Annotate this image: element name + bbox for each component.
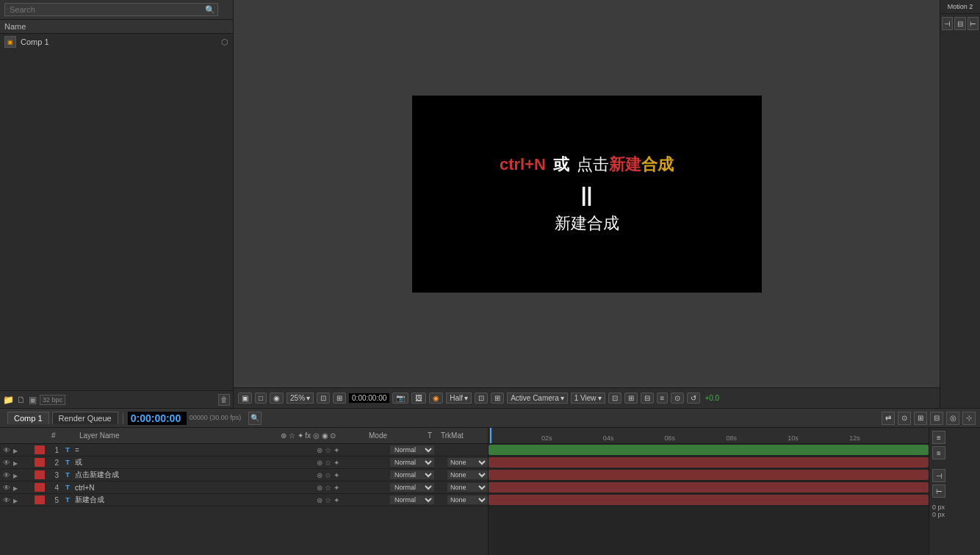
track-bar-4[interactable] [489,482,929,493]
layer-expand-2[interactable]: ▶ [13,459,22,467]
tl-tool-2[interactable]: ⊙ [898,412,911,425]
layer-visibility-2[interactable]: 👁 [0,456,13,469]
views-dropdown[interactable]: 1 View ▾ [571,393,605,404]
motion-align-center-icon[interactable]: ⊟ [954,17,965,30]
playhead[interactable] [490,428,491,443]
project-item-comp1[interactable]: ▣ Comp 1 ⬡ [0,34,233,50]
camera-value: Active Camera [511,394,559,402]
col-mode-header: Mode [369,432,428,440]
tl-right-icon-4[interactable]: ⊢ [932,484,945,498]
layer-expand-5[interactable]: ▶ [13,496,22,504]
layer-visibility-5[interactable]: 👁 [0,494,13,506]
grid-icon[interactable]: ⊟ [641,393,654,404]
timeline-tab-comp1[interactable]: Comp 1 [7,412,49,424]
divider [123,412,123,424]
views-dropdown-arrow: ▾ [598,394,602,402]
color-icon[interactable]: ◉ [429,393,443,404]
project-panel: 🔍 Name ▣ Comp 1 ⬡ 📁 🗋 ▣ 32 bpc 🗑 [0,0,234,408]
snapshot-icon[interactable]: 📷 [392,393,408,404]
timeline-area: Comp 1 Render Queue 0:00:00:00 00000 (30… [0,408,980,555]
viewer-settings-icon[interactable]: ▣ [238,393,252,404]
viewer-controls-bar: ▣ □ ◉ 25% ▾ ⊡ ⊞ 0:00:00:00 📷 🖼 ◉ Half ▾ … [234,387,940,408]
layer-row-2[interactable]: 👁 ▶ 2 T 或 ⊛ ☆ ✦ Normal None [0,456,488,469]
layer-trkmat-4[interactable]: None [447,483,488,492]
track-bar-2[interactable] [489,457,929,468]
layer-mode-3[interactable]: Normal [390,470,434,479]
layer-label-1[interactable] [35,445,45,454]
snapshot-show-icon[interactable]: 🖼 [411,393,426,404]
track-bar-5[interactable] [489,495,929,505]
layer-expand-1[interactable]: ▶ [13,446,22,454]
viewer-3d-icon[interactable]: ◉ [270,393,284,404]
layer-name-5: 新建合成 [73,495,317,505]
layer-expand-3[interactable]: ▶ [13,471,22,479]
tl-tool-5[interactable]: ◎ [946,412,959,425]
transparency-icon[interactable]: ⊞ [491,393,504,404]
comp-settings-icon[interactable]: ▣ [29,395,37,405]
zoom-dropdown[interactable]: 25% ▾ [287,393,314,404]
viewer-display-icon[interactable]: □ [255,393,267,404]
comp-flow-icon[interactable]: ⊡ [608,393,621,404]
layer-name-4: ctrl+N [73,484,317,492]
layer-mode-5[interactable]: Normal [390,495,434,504]
layer-controls-icon[interactable]: ⊞ [624,393,638,404]
layer-row-1[interactable]: 👁 ▶ 1 T = ⊛ ☆ ✦ Normal [0,444,488,456]
layer-mode-1[interactable]: Normal [390,445,434,454]
pixel-aspect-icon[interactable]: ⊞ [333,393,346,404]
track-row-1 [489,444,929,456]
time-marker-04s: 04s [603,434,614,442]
track-bar-3[interactable] [489,470,929,480]
track-bar-1[interactable] [489,445,929,455]
layer-trkmat-3[interactable]: None [447,470,488,479]
timeline-tab-renderqueue[interactable]: Render Queue [52,412,118,424]
new-item-icon[interactable]: 🗋 [17,395,26,405]
time-marker-08s: 08s [726,434,737,442]
search-input[interactable] [4,3,218,16]
preview-separator: || [581,183,593,207]
resolution-dropdown[interactable]: Half ▾ [446,393,472,404]
tl-tool-1[interactable]: ⇄ [882,412,895,425]
layer-label-5[interactable] [35,495,45,504]
green-value: +0.0 [705,394,719,402]
track-row-3 [489,469,929,481]
layer-row-4[interactable]: 👁 ▶ 4 T ctrl+N ⊛ ☆ ✦ Normal None [0,481,488,494]
tl-tool-4[interactable]: ⊟ [930,412,943,425]
motion-panel-controls: ⊣ ⊟ ⊢ [940,14,980,33]
layer-mode-2[interactable]: Normal [390,458,434,467]
layer-trkmat-2[interactable]: None [447,458,488,467]
motion-align-left-icon[interactable]: ⊣ [942,17,953,30]
layer-num-4: 4 [46,484,62,492]
layer-label-2[interactable] [35,458,45,467]
preview-new-text: 新建 [609,154,641,176]
3d-render-icon[interactable]: ⊙ [671,393,684,404]
new-folder-icon[interactable]: 📁 [3,395,14,405]
delete-button[interactable]: 🗑 [218,394,230,406]
tl-tool-6[interactable]: ⊹ [962,412,976,425]
layer-list-header: # Layer Name ⊛ ☆ ✦ fx ◎ ◉ ⊙ Mode T TrkMa… [0,428,488,444]
layer-mode-4[interactable]: Normal [390,483,434,492]
tl-right-icon-3[interactable]: ⊣ [932,469,945,482]
tl-right-icon-2[interactable]: ≡ [932,446,945,459]
preview-line1: ctrl+N 或 点击 新建 合成 [500,154,674,176]
timeline-right-panel: ≡ ≡ ⊣ ⊢ 0 px 0 px [929,428,980,555]
tl-search-icon[interactable]: 🔍 [248,412,262,425]
layer-expand-4[interactable]: ▶ [13,484,22,492]
tl-tool-3[interactable]: ⊞ [914,412,927,425]
layer-row-3[interactable]: 👁 ▶ 3 T 点击新建合成 ⊛ ☆ ✦ Normal None [0,469,488,481]
tl-right-icon-1[interactable]: ≡ [932,431,945,444]
camera-dropdown[interactable]: Active Camera ▾ [507,393,568,404]
layer-visibility-1[interactable]: 👁 [0,444,13,456]
layer-visibility-4[interactable]: 👁 [0,481,13,494]
layer-trkmat-5[interactable]: None [447,495,488,504]
timeline-timecode[interactable]: 0:00:00:00 [128,412,187,425]
camera-dropdown-arrow: ▾ [561,394,564,402]
region-icon[interactable]: ⊡ [475,393,488,404]
layer-visibility-3[interactable]: 👁 [0,469,13,481]
motion-align-right-icon[interactable]: ⊢ [968,17,979,30]
reset-icon[interactable]: ↺ [687,393,700,404]
align-icon[interactable]: ≡ [657,393,669,404]
layer-label-4[interactable] [35,483,45,492]
layer-label-3[interactable] [35,470,45,479]
fit-icon[interactable]: ⊡ [317,393,330,404]
layer-row-5[interactable]: 👁 ▶ 5 T 新建合成 ⊛ ☆ ✦ Normal None [0,494,488,506]
